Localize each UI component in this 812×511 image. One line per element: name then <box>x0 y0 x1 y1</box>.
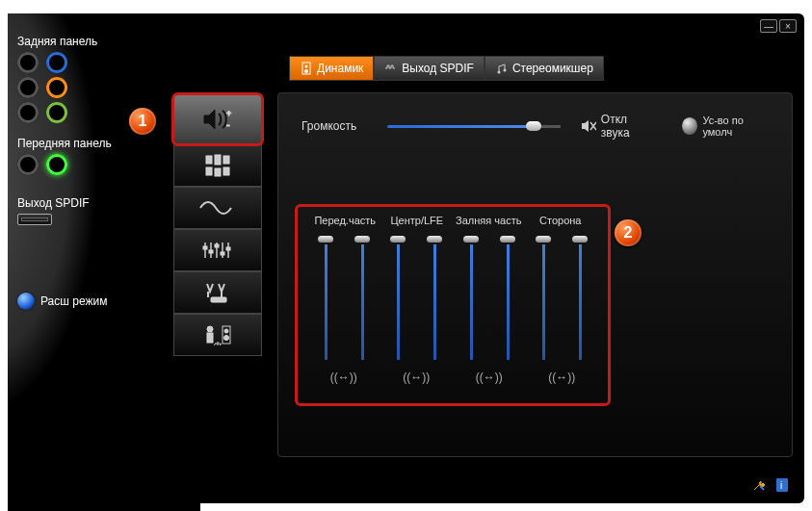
footer-icons: i <box>750 476 791 494</box>
volume-row: Громкость Откл звука Ус-во по умолч <box>301 113 769 140</box>
speaker-tab-icon <box>300 62 313 75</box>
front-panel-label: Передняя панель <box>17 137 160 150</box>
tool-room[interactable] <box>173 314 262 356</box>
link-center[interactable]: ((↔)) <box>392 370 440 384</box>
svg-rect-18 <box>211 297 226 302</box>
info-button[interactable]: i <box>773 476 791 494</box>
tools-icon <box>751 477 767 493</box>
link-front[interactable]: ((↔)) <box>320 370 368 384</box>
svg-text:i: i <box>780 480 782 491</box>
stereomix-tab-icon <box>495 62 509 75</box>
mute-label: Откл звука <box>601 113 653 140</box>
svg-rect-15 <box>215 244 219 247</box>
svg-rect-14 <box>209 250 213 253</box>
channel-slider-center[interactable] <box>390 236 406 361</box>
svg-point-23 <box>224 336 229 341</box>
svg-rect-13 <box>203 246 207 249</box>
svg-rect-3 <box>215 155 221 165</box>
tabs: Динамик Выход SPDIF Стереомикшер <box>289 56 604 81</box>
tool-speaker-config[interactable] <box>173 144 262 187</box>
svg-rect-7 <box>223 167 229 175</box>
jack-front-b[interactable] <box>46 154 67 175</box>
default-device-label: Ус-во по умолч <box>702 115 769 138</box>
spdif-tab-icon <box>384 62 398 75</box>
tab-label: Стереомикшер <box>512 62 593 75</box>
link-side[interactable]: ((↔)) <box>537 370 586 384</box>
mixer-header: Залняя часть <box>453 215 525 226</box>
channel-mixer: Перед.часть Центр/LFE Залняя часть Сторо… <box>295 204 611 406</box>
tool-equalizer[interactable] <box>173 229 262 271</box>
left-panel: Задняя панель Передняя панель Выход SPDI… <box>8 13 170 503</box>
tab-label: Динамик <box>317 62 363 75</box>
channel-slider-rear-l[interactable] <box>463 236 479 361</box>
jack-rear-1b[interactable] <box>46 52 67 73</box>
jack-rear-1a[interactable] <box>17 52 39 73</box>
room-icon <box>201 322 234 347</box>
tab-speaker[interactable]: Динамик <box>289 56 374 81</box>
mode-orb-icon <box>17 293 35 310</box>
annotation-badge-1: 1 <box>129 108 156 135</box>
svg-rect-2 <box>206 156 212 164</box>
svg-rect-17 <box>226 247 230 250</box>
jack-rear-3a[interactable] <box>17 102 39 123</box>
svg-point-27 <box>497 71 500 74</box>
mode-label: Расш режим <box>40 294 107 308</box>
jack-rear-2b[interactable] <box>46 77 67 98</box>
equalizer-icon <box>202 241 233 260</box>
mute-button[interactable]: Откл звука <box>581 113 654 140</box>
volume-icon: +- <box>201 107 234 132</box>
channel-slider-front-r[interactable] <box>354 236 370 361</box>
jack-rear-3b[interactable] <box>46 102 67 123</box>
tools-button[interactable] <box>750 476 768 494</box>
channel-slider-lfe[interactable] <box>427 236 442 361</box>
tab-stereomix[interactable]: Стереомикшер <box>485 56 604 81</box>
svg-point-19 <box>207 326 213 332</box>
mute-icon <box>581 119 596 133</box>
tool-volume[interactable]: +- <box>173 94 262 144</box>
volume-thumb[interactable] <box>526 121 541 131</box>
tab-spdif[interactable]: Выход SPDIF <box>374 56 485 81</box>
spdif-port[interactable] <box>17 214 52 225</box>
svg-rect-16 <box>221 252 224 255</box>
rear-panel-label: Задняя панель <box>17 35 160 48</box>
svg-point-28 <box>503 69 506 72</box>
mixer-header: Сторона <box>525 215 597 226</box>
spdif-label: Выход SPDIF <box>17 196 160 210</box>
svg-point-26 <box>304 69 308 73</box>
mixer-headers: Перед.часть Центр/LFE Залняя часть Сторо… <box>307 215 598 236</box>
channel-slider-front-l[interactable] <box>318 236 333 361</box>
svg-text:+: + <box>226 109 231 118</box>
advanced-mode-button[interactable]: Расш режим <box>17 293 160 310</box>
info-icon: i <box>775 477 789 493</box>
device-orb-icon <box>682 117 697 135</box>
volume-label: Громкость <box>301 119 370 133</box>
environment-icon <box>201 280 234 305</box>
sine-icon <box>198 196 237 219</box>
default-device-button[interactable]: Ус-во по умолч <box>682 115 769 138</box>
close-button[interactable]: × <box>779 19 797 33</box>
minimize-button[interactable]: — <box>760 19 777 33</box>
svg-rect-5 <box>206 167 212 175</box>
svg-point-25 <box>305 65 308 68</box>
channel-slider-side-l[interactable] <box>536 236 551 361</box>
slider-row <box>307 236 598 361</box>
svg-rect-20 <box>207 333 213 343</box>
mixer-header: Перед.часть <box>309 215 381 226</box>
svg-text:-: - <box>226 118 230 130</box>
channel-slider-side-r[interactable] <box>572 236 588 361</box>
volume-slider[interactable] <box>387 119 544 133</box>
svg-rect-6 <box>215 168 221 176</box>
tool-strip: +- <box>173 94 262 356</box>
jack-rear-2a[interactable] <box>17 77 39 98</box>
link-row: ((↔)) ((↔)) ((↔)) ((↔)) <box>307 370 598 384</box>
tool-sound-effect[interactable] <box>173 187 262 229</box>
svg-point-22 <box>224 329 228 333</box>
tab-label: Выход SPDIF <box>402 62 474 75</box>
jack-front-a[interactable] <box>17 154 39 175</box>
titlebar: — × <box>760 19 797 33</box>
svg-rect-4 <box>223 156 229 164</box>
tool-environment[interactable] <box>173 271 262 314</box>
mixer-header: Центр/LFE <box>381 215 454 226</box>
link-rear[interactable]: ((↔)) <box>465 370 513 384</box>
channel-slider-rear-r[interactable] <box>500 236 515 361</box>
